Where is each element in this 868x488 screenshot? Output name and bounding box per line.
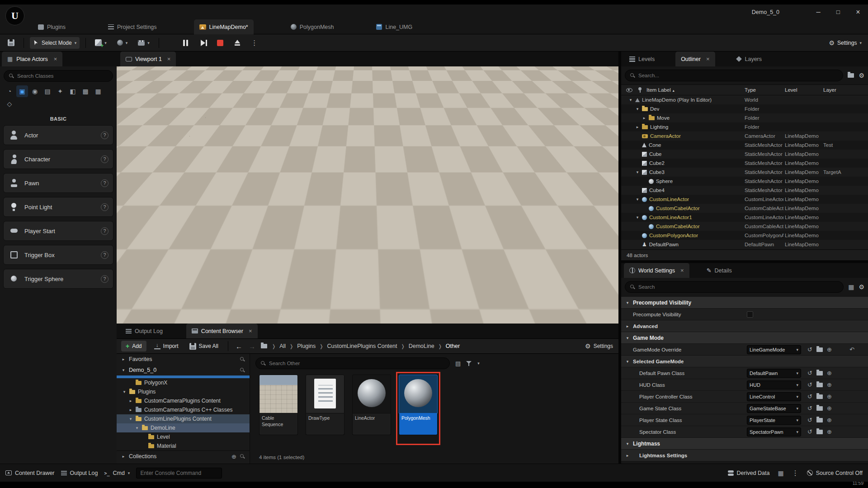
tree-expander-icon[interactable]: ▾: [122, 389, 127, 394]
filter-icon[interactable]: [466, 361, 472, 366]
asset-tab[interactable]: PolygonMesh: [285, 19, 340, 34]
place-actor-item[interactable]: Point Light ?: [3, 197, 113, 217]
chevron-down-icon[interactable]: [477, 361, 480, 366]
category-volumes-button[interactable]: [80, 85, 91, 97]
column-type[interactable]: Type: [745, 87, 756, 93]
asset-tab[interactable]: LineMapDemo*: [194, 19, 254, 34]
add-button[interactable]: + Add: [121, 341, 146, 352]
reset-to-default-icon[interactable]: [849, 346, 854, 353]
pointsize-slider[interactable]: [143, 70, 171, 72]
select-mode-dropdown[interactable]: Select Mode: [30, 37, 80, 49]
asset-tab[interactable]: Project Settings: [103, 19, 162, 34]
folder-tree-item[interactable]: ▾ CustomLinePlugins Content: [117, 414, 250, 423]
save-search-icon[interactable]: [455, 360, 461, 367]
minimize-button[interactable]: [808, 5, 828, 19]
breadcrumb-item[interactable]: CustomLinePlugins Content: [327, 343, 397, 349]
browse-to-asset-icon[interactable]: [816, 430, 823, 434]
folder-tree-item[interactable]: ▸ CustomCameraPlugins Content: [117, 396, 250, 405]
place-actor-item[interactable]: Actor ?: [3, 125, 113, 145]
property-row[interactable]: Player State Class PlayerState: [621, 414, 868, 426]
content-drawer-button[interactable]: Content Drawer: [5, 470, 55, 476]
favorites-header[interactable]: ▸ Favorites: [117, 354, 250, 365]
project-root-header[interactable]: ▾ Demo_5_0: [117, 365, 250, 375]
browse-to-asset-icon[interactable]: [816, 394, 823, 399]
unit-button[interactable]: [560, 155, 567, 163]
close-icon[interactable]: ×: [680, 267, 684, 274]
browse-to-asset-icon[interactable]: [816, 418, 823, 422]
property-row[interactable]: ▸ Advanced: [621, 320, 868, 332]
outliner-row[interactable]: ▾ LineMapDemo (Play In Editor) World: [621, 95, 868, 104]
place-actor-item[interactable]: Character ?: [3, 149, 113, 169]
add-actor-button[interactable]: [92, 37, 110, 49]
column-level[interactable]: Level: [785, 87, 797, 93]
world-settings-search-input[interactable]: [638, 284, 839, 290]
help-icon[interactable]: ?: [101, 131, 108, 139]
use-selected-icon[interactable]: [807, 393, 812, 400]
outliner-row[interactable]: ▸ Move Folder: [621, 113, 868, 122]
add-collection-icon[interactable]: ⊕: [231, 453, 236, 460]
outliner-row[interactable]: Cube4 StaticMeshActor LineMapDemo: [621, 186, 868, 195]
row-expander-icon[interactable]: ▾: [635, 170, 640, 174]
display-options-icon[interactable]: [848, 283, 854, 291]
outliner-area-tab[interactable]: Levels: [624, 52, 660, 66]
help-icon[interactable]: ?: [101, 251, 108, 259]
toolbar-settings-dropdown[interactable]: Settings: [829, 39, 862, 47]
search-icon[interactable]: [240, 454, 245, 459]
outliner-row[interactable]: Cone StaticMeshActor LineMapDemo Test: [621, 141, 868, 150]
row-expander-icon[interactable]: ▸: [635, 125, 640, 129]
outliner-area-tab[interactable]: Layers: [731, 52, 768, 66]
asset-tab[interactable]: Line_UMG: [371, 19, 418, 34]
section-expander-icon[interactable]: ▸: [625, 453, 630, 458]
asset-tile[interactable]: PolygonMesh: [399, 375, 438, 435]
folder-tree-item[interactable]: ▸ CustomCameraPlugins C++ Classes: [117, 405, 250, 414]
content-browser-settings-button[interactable]: Settings: [585, 343, 613, 350]
folder-tree-item[interactable]: Level: [117, 432, 250, 441]
vertical-dots-icon[interactable]: [792, 469, 799, 477]
outliner-row[interactable]: CameraActor CameraActor LineMapDemo: [621, 131, 868, 141]
folder-tree-item[interactable]: Material: [117, 441, 250, 450]
outliner-row[interactable]: ▾ Cube3 StaticMeshActor LineMapDemo Targ…: [621, 168, 868, 177]
section-expander-icon[interactable]: ▾: [625, 441, 630, 446]
tree-expander-icon[interactable]: ▸: [128, 399, 133, 403]
property-row[interactable]: ▸ Lightmass Settings: [621, 450, 868, 461]
close-icon[interactable]: ×: [249, 328, 252, 334]
close-icon[interactable]: ×: [167, 56, 171, 62]
outliner-row[interactable]: Cube2 StaticMeshActor LineMapDemo: [621, 159, 868, 168]
section-expander-icon[interactable]: ▾: [625, 300, 630, 305]
viewport-measure-button[interactable]: [548, 98, 609, 106]
back-button[interactable]: ←: [235, 343, 243, 350]
asset-tile[interactable]: DrawType: [306, 375, 344, 435]
folder-icon[interactable]: [261, 344, 267, 348]
row-expander-icon[interactable]: ▾: [635, 107, 640, 111]
use-selected-icon[interactable]: [807, 381, 812, 388]
maximize-button[interactable]: [828, 5, 848, 19]
property-dropdown[interactable]: SpectatorPawn: [747, 427, 801, 436]
viewport-destroy-button[interactable]: [548, 254, 609, 263]
row-expander-icon[interactable]: ▾: [635, 197, 640, 202]
outliner-row[interactable]: ▾ CustomLineActor1 CustomLineActor LineM…: [621, 213, 868, 222]
pin-icon[interactable]: [638, 87, 642, 93]
property-dropdown[interactable]: HUD: [747, 380, 801, 389]
help-icon[interactable]: ?: [101, 179, 108, 187]
outliner-row[interactable]: ▸ Lighting Folder: [621, 122, 868, 131]
property-row[interactable]: ▾ Game Mode: [621, 332, 868, 344]
property-dropdown[interactable]: DefaultPawn: [747, 369, 801, 378]
section-expander-icon[interactable]: ▾: [625, 336, 630, 340]
details-area-tab[interactable]: Details: [701, 263, 737, 278]
console-command-input[interactable]: [136, 468, 222, 479]
place-actor-item[interactable]: Trigger Sphere ?: [3, 269, 113, 289]
frame-advance-button[interactable]: [198, 38, 208, 48]
help-icon[interactable]: ?: [101, 155, 108, 163]
viewport-3d-scene[interactable]: Calculate the first line PointSize: 0.2 …: [117, 66, 618, 324]
category-basic-button[interactable]: [16, 85, 28, 97]
browse-to-asset-icon[interactable]: [816, 347, 823, 352]
import-button[interactable]: Import: [151, 340, 182, 352]
tab-place-actors[interactable]: Place Actors ×: [2, 52, 62, 66]
breadcrumb-item[interactable]: DemoLine: [409, 343, 434, 349]
collections-header[interactable]: ▸ Collections ⊕: [117, 451, 250, 462]
use-selected-icon[interactable]: [807, 405, 812, 412]
category-lights-button[interactable]: [29, 85, 41, 97]
use-selected-icon[interactable]: [807, 428, 812, 435]
outliner-row[interactable]: CustomCabelActor CustomCableActor LineMa…: [621, 204, 868, 213]
details-settings-icon[interactable]: [859, 283, 864, 291]
